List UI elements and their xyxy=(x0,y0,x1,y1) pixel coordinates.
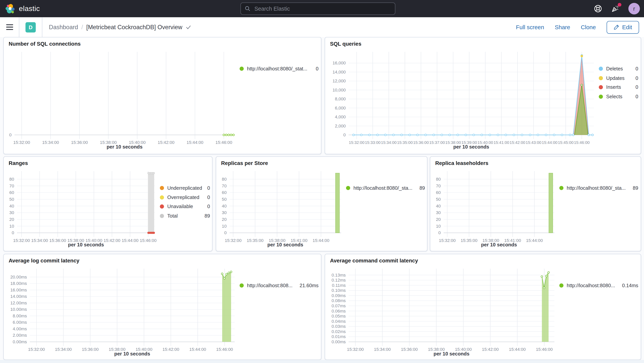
svg-text:15:46:00: 15:46:00 xyxy=(536,347,552,352)
svg-text:0.13ms: 0.13ms xyxy=(332,273,346,277)
svg-text:15:46:00: 15:46:00 xyxy=(216,140,232,145)
user-avatar[interactable]: r xyxy=(628,3,640,15)
legend-series-dot xyxy=(240,283,244,287)
newsfeed-party-popper-icon[interactable] xyxy=(611,5,620,13)
legend-item[interactable]: Updates0 xyxy=(599,75,638,81)
panel-title[interactable]: Number of SQL connections xyxy=(4,38,321,47)
elastic-logo[interactable]: elastic xyxy=(0,4,40,14)
panel-title[interactable]: Replica leaseholders xyxy=(430,157,641,166)
legend-series-label: Total xyxy=(167,213,178,219)
top-header: elastic xyxy=(0,0,644,17)
svg-text:0.11ms: 0.11ms xyxy=(332,283,346,288)
svg-text:80: 80 xyxy=(436,177,441,182)
svg-text:50: 50 xyxy=(436,197,441,202)
svg-text:12,000: 12,000 xyxy=(332,79,346,83)
svg-text:15:35:00: 15:35:00 xyxy=(397,140,413,145)
svg-text:20: 20 xyxy=(222,217,227,222)
svg-text:per 10 seconds: per 10 seconds xyxy=(68,242,104,247)
kibana-dashboard: elastic xyxy=(0,0,644,363)
brand-text: elastic xyxy=(19,4,40,13)
legend-item[interactable]: http://localhost:808...21.60ms xyxy=(240,282,318,288)
svg-text:15:32:00: 15:32:00 xyxy=(439,238,456,243)
panel-title[interactable]: SQL queries xyxy=(325,38,641,47)
svg-text:0.01ms: 0.01ms xyxy=(332,334,346,339)
panel-title[interactable]: Average log commit latency xyxy=(4,254,321,264)
legend-item[interactable]: http://localhost:8080/_stat...0 xyxy=(240,66,318,72)
divider xyxy=(19,17,19,37)
svg-text:0: 0 xyxy=(12,230,14,235)
svg-text:0: 0 xyxy=(224,230,226,235)
svg-text:15:33:00: 15:33:00 xyxy=(365,140,380,145)
legend-series-value: 89 xyxy=(420,185,425,191)
legend-item[interactable]: Inserts0 xyxy=(599,84,638,90)
panel-title[interactable]: Ranges xyxy=(4,157,212,166)
svg-text:15:32:00: 15:32:00 xyxy=(349,140,364,145)
search-icon xyxy=(245,6,250,12)
legend-item[interactable]: Deletes0 xyxy=(599,66,638,72)
replica-leaseholders-chart: 0102030405060708015:32:0015:35:0015:38:0… xyxy=(434,167,559,248)
panel-replica-leaseholders: Replica leaseholders 0102030405060708015… xyxy=(430,156,641,251)
svg-text:15:42:00: 15:42:00 xyxy=(158,140,174,145)
svg-text:15:34:00: 15:34:00 xyxy=(55,347,72,352)
full-screen-button[interactable]: Full screen xyxy=(516,24,544,30)
global-search[interactable] xyxy=(240,3,395,15)
help-lifebuoy-icon[interactable] xyxy=(594,5,602,13)
legend-item[interactable]: http://localhost:8080/_sta...89 xyxy=(559,185,638,191)
clone-button[interactable]: Clone xyxy=(581,24,596,30)
svg-text:10,000: 10,000 xyxy=(332,88,346,93)
breadcrumb-separator: / xyxy=(81,24,83,30)
panel-replicas-per-store: Replicas per Store 0102030405060708015:3… xyxy=(216,156,428,251)
legend-series-label: Overreplicated xyxy=(167,194,200,200)
dashboard-badge[interactable]: D xyxy=(26,22,36,32)
legend-item[interactable]: http://localhost:8080...0.14ms xyxy=(559,282,638,288)
svg-text:0.05ms: 0.05ms xyxy=(332,314,346,318)
legend-item[interactable]: http://localhost:8080/_sta...89 xyxy=(346,185,425,191)
svg-text:14.00ms: 14.00ms xyxy=(10,294,27,299)
panel-title[interactable]: Average command commit latency xyxy=(325,254,641,264)
svg-text:per 10 seconds: per 10 seconds xyxy=(114,351,150,356)
legend-series-label: http://localhost:808... xyxy=(247,282,292,288)
breadcrumb-dashboard-link[interactable]: Dashboard xyxy=(49,24,78,30)
legend-series-label: http://localhost:8080/_stat... xyxy=(247,66,307,72)
svg-text:40: 40 xyxy=(436,204,441,208)
svg-text:60: 60 xyxy=(9,190,14,195)
legend-series-value: 0 xyxy=(636,94,638,99)
svg-text:15:42:00: 15:42:00 xyxy=(104,238,120,243)
svg-text:0.10ms: 0.10ms xyxy=(332,288,346,293)
legend-item[interactable]: Overreplicated0 xyxy=(160,194,210,200)
legend-series-dot xyxy=(599,76,603,80)
menu-hamburger-icon[interactable] xyxy=(0,17,19,37)
svg-text:15:32:00: 15:32:00 xyxy=(13,140,30,145)
breadcrumb: Dashboard / [Metricbeat CockroachDB] Ove… xyxy=(49,24,191,30)
title-check-chevron-icon[interactable] xyxy=(186,25,191,30)
legend-series-label: Inserts xyxy=(606,84,621,90)
svg-text:10: 10 xyxy=(436,224,441,229)
search-input[interactable] xyxy=(254,5,391,12)
legend-item[interactable]: Underreplicated0 xyxy=(160,185,210,191)
legend-item[interactable]: Unavailable0 xyxy=(160,204,210,209)
svg-text:15:43:00: 15:43:00 xyxy=(526,140,542,145)
share-button[interactable]: Share xyxy=(555,24,570,30)
svg-text:0: 0 xyxy=(343,133,346,137)
legend-series-label: Unavailable xyxy=(167,204,193,209)
svg-text:0.00ms: 0.00ms xyxy=(332,339,346,344)
legend-item[interactable]: Selects0 xyxy=(599,94,638,99)
svg-text:0: 0 xyxy=(9,133,12,137)
svg-text:18.00ms: 18.00ms xyxy=(10,281,27,286)
svg-text:0: 0 xyxy=(438,230,441,235)
svg-text:15:46:00: 15:46:00 xyxy=(216,347,233,352)
chart-legend: http://localhost:8080/_sta...89 xyxy=(559,167,638,248)
edit-button[interactable]: Edit xyxy=(606,21,639,34)
ranges-chart: 0102030405060708015:32:0015:34:0015:36:0… xyxy=(7,167,160,248)
legend-item[interactable]: Total89 xyxy=(160,213,210,219)
legend-series-dot xyxy=(160,186,164,190)
panel-title[interactable]: Replicas per Store xyxy=(216,157,427,166)
svg-text:60: 60 xyxy=(222,190,227,195)
sql-connections-chart: 015:32:0015:34:0015:36:0015:38:0015:40:0… xyxy=(7,48,240,150)
svg-text:15:45:00: 15:45:00 xyxy=(558,140,574,145)
elastic-logo-icon xyxy=(5,4,15,14)
legend-series-dot xyxy=(599,85,603,89)
svg-text:80: 80 xyxy=(222,177,227,182)
svg-text:15:32:00: 15:32:00 xyxy=(225,238,242,243)
svg-text:16,000: 16,000 xyxy=(332,61,346,66)
